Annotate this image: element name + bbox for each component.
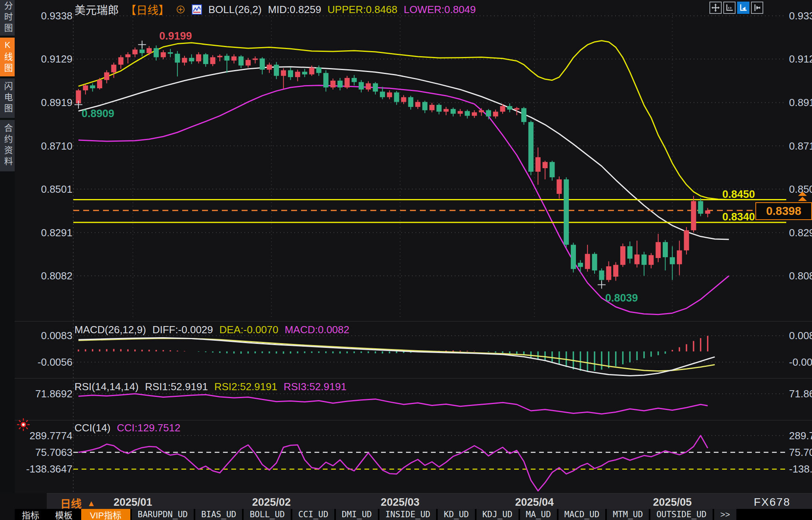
macd-axis-label: -0.0056	[12, 356, 72, 368]
cci-axis-label: 75.7063	[789, 446, 812, 459]
support-level-label: 0.8340	[703, 211, 755, 223]
tab-indicator-KD_UD[interactable]: KD_UD	[438, 509, 475, 520]
price-axis-label: 0.8082	[12, 269, 72, 282]
rsi-header: RSI(14,14,14) RSI1:52.9191 RSI2:52.9191 …	[74, 381, 347, 393]
macd-title: MACD(26,12,9)	[74, 324, 146, 336]
price-up-arrow-icon	[797, 192, 808, 202]
tab-indicator-MTM_UD[interactable]: MTM_UD	[607, 509, 649, 520]
last-price-box: 0.8398	[755, 202, 812, 220]
tab-indicator-BARUPDN_UD[interactable]: BARUPDN_UD	[132, 509, 194, 520]
price-axis-label: 0.9338	[789, 9, 812, 22]
price-axis-label: 0.8919	[12, 96, 72, 109]
tab-templates[interactable]: 模板	[48, 509, 80, 520]
rsi1-value: RSI1:52.9191	[145, 381, 208, 393]
cci-axis-label: 75.7063	[12, 446, 72, 459]
tab-indicator-OUTSIDE_UD[interactable]: OUTSIDE_UD	[650, 509, 712, 520]
boll-upper-value: UPPER:0.8468	[328, 4, 397, 16]
tab-indicator-DMI_UD[interactable]: DMI_UD	[336, 509, 378, 520]
auto-scale-icon[interactable]	[737, 2, 749, 14]
boll-title: BOLL(26,2)	[208, 4, 261, 16]
cci-axis-label: -138.3647	[789, 463, 812, 475]
rsi-title: RSI(14,14,14)	[74, 381, 139, 393]
tab-indicators[interactable]: 指标	[15, 509, 46, 520]
x-axis-month-label: 2025/01	[95, 496, 170, 509]
indicator-chart-icon[interactable]	[192, 4, 202, 15]
macd-axis-label: -0.0056	[789, 356, 812, 368]
symbol-title: 美元瑞郎	[74, 2, 119, 17]
macd-value: MACD:0.0082	[285, 324, 349, 336]
price-axis-label: 0.8291	[12, 226, 72, 239]
trading-app: 分时图K线图闪电图合约资料 美元瑞郎 【日线】 BOLL(26,2) MID:0…	[0, 0, 812, 520]
cci-axis-label: -138.3647	[12, 463, 72, 475]
period-tag: 【日线】	[125, 2, 170, 17]
cci-value: CCI:129.7512	[117, 422, 180, 434]
brand-watermark: FX678	[754, 496, 791, 509]
rsi-axis-label: 71.8692	[789, 387, 812, 400]
cci-header: CCI(14) CCI:129.7512	[74, 422, 180, 434]
tab-more-indicators[interactable]: >>	[714, 509, 737, 520]
price-axis-label: 0.9338	[12, 9, 72, 22]
pan-icon[interactable]	[709, 2, 722, 14]
start-low-annotation: 0.8909	[82, 108, 114, 120]
low-annotation: 0.8039	[605, 292, 638, 304]
cci-title: CCI(14)	[74, 422, 111, 434]
macd-axis-label: 0.0083	[12, 329, 72, 342]
tab-indicator-MACD_UD[interactable]: MACD_UD	[558, 509, 606, 520]
rsi3-value: RSI3:52.9191	[284, 381, 347, 393]
hot-indicator-icon[interactable]	[16, 417, 31, 434]
price-axis-label: 0.8919	[789, 96, 812, 109]
macd-axis-label: 0.0083	[789, 329, 812, 342]
tab-indicator-KDJ_UD[interactable]: KDJ_UD	[477, 509, 518, 520]
x-axis-month-label: 2025/03	[362, 496, 438, 509]
x-axis-month-label: 2025/02	[234, 496, 309, 509]
tab-indicator-BOLL_UD[interactable]: BOLL_UD	[244, 509, 291, 520]
price-axis-label: 0.9129	[12, 53, 72, 65]
rsi2-value: RSI2:52.9191	[214, 381, 277, 393]
price-axis-label: 0.8501	[12, 183, 72, 195]
tab-vip-indicators[interactable]: VIP指标	[81, 509, 130, 520]
add-indicator-icon[interactable]	[176, 5, 185, 14]
tab-indicator-INSIDE_UD[interactable]: INSIDE_UD	[379, 509, 436, 520]
x-axis-month-label: 2025/05	[635, 496, 710, 509]
macd-diff-value: DIFF:-0.0029	[152, 324, 213, 336]
high-annotation: 0.9199	[159, 30, 192, 42]
tab-indicator-MA_UD[interactable]: MA_UD	[520, 509, 557, 520]
macd-dea-value: DEA:-0.0070	[219, 324, 278, 336]
price-axis-label: 0.8710	[789, 140, 812, 152]
tab-indicator-BIAS_UD[interactable]: BIAS_UD	[195, 509, 242, 520]
boll-lower-value: LOWER:0.8049	[404, 4, 476, 16]
price-axis-label: 0.8710	[12, 140, 72, 152]
tab-indicator-CCI_UD[interactable]: CCI_UD	[292, 509, 334, 520]
x-axis-month-label: 2025/04	[497, 496, 572, 509]
resistance-level-label: 0.8450	[703, 188, 755, 201]
price-axis-label: 0.9129	[789, 53, 812, 65]
y-axis-lock-icon[interactable]	[751, 2, 763, 14]
boll-mid-value: MID:0.8259	[268, 4, 321, 16]
chevron-up-icon: ▲	[87, 499, 95, 508]
chart-canvas[interactable]	[0, 0, 812, 520]
indicator-tab-bar: 指标模板VIP指标BARUPDN_UDBIAS_UDBOLL_UDCCI_UDD…	[15, 509, 812, 520]
cci-axis-label: 289.7774	[789, 429, 812, 442]
macd-header: MACD(26,12,9) DIFF:-0.0029 DEA:-0.0070 M…	[74, 324, 349, 336]
price-axis-label: 0.8291	[789, 226, 812, 239]
chart-toolbar	[709, 2, 763, 14]
x-axis-scale-icon[interactable]	[723, 2, 736, 14]
price-axis-label: 0.8082	[789, 269, 812, 282]
rsi-axis-label: 71.8692	[12, 387, 72, 400]
main-chart-header: 美元瑞郎 【日线】 BOLL(26,2) MID:0.8259 UPPER:0.…	[74, 2, 476, 17]
